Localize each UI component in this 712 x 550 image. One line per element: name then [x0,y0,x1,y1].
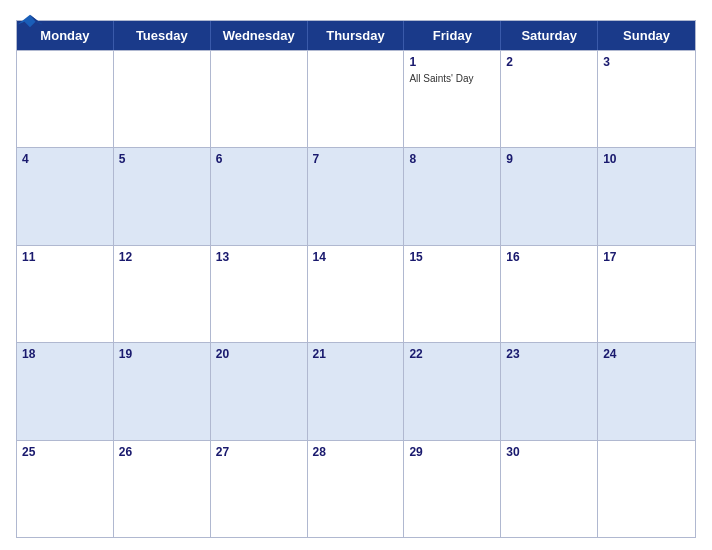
weekday-header-tuesday: Tuesday [114,21,211,50]
cal-cell: 17 [598,246,695,342]
cal-cell: 9 [501,148,598,244]
day-number: 18 [22,347,108,363]
day-number: 15 [409,250,495,266]
day-number: 6 [216,152,302,168]
day-number: 27 [216,445,302,461]
day-number: 30 [506,445,592,461]
day-number: 29 [409,445,495,461]
day-number: 23 [506,347,592,363]
day-number: 8 [409,152,495,168]
cal-cell: 27 [211,441,308,537]
cal-cell: 1All Saints' Day [404,51,501,147]
week-row-3: 11121314151617 [17,245,695,342]
day-number: 21 [313,347,399,363]
day-number: 14 [313,250,399,266]
cal-cell [17,51,114,147]
day-number: 20 [216,347,302,363]
calendar: MondayTuesdayWednesdayThursdayFridaySatu… [16,20,696,538]
cal-cell: 29 [404,441,501,537]
day-number: 22 [409,347,495,363]
day-number: 26 [119,445,205,461]
cal-cell: 10 [598,148,695,244]
day-number: 7 [313,152,399,168]
cal-cell [211,51,308,147]
week-row-2: 45678910 [17,147,695,244]
cal-cell: 15 [404,246,501,342]
weekday-header-sunday: Sunday [598,21,695,50]
day-number: 28 [313,445,399,461]
cal-cell: 22 [404,343,501,439]
page: MondayTuesdayWednesdayThursdayFridaySatu… [0,0,712,550]
week-row-1: 1All Saints' Day23 [17,50,695,147]
cal-cell: 7 [308,148,405,244]
cal-cell: 3 [598,51,695,147]
logo [16,12,44,30]
day-number: 19 [119,347,205,363]
day-number: 9 [506,152,592,168]
weekday-header-wednesday: Wednesday [211,21,308,50]
cal-cell: 30 [501,441,598,537]
day-number: 12 [119,250,205,266]
day-number: 16 [506,250,592,266]
day-number: 17 [603,250,690,266]
weekday-header-friday: Friday [404,21,501,50]
cal-cell: 13 [211,246,308,342]
cal-cell: 5 [114,148,211,244]
day-number: 5 [119,152,205,168]
cal-cell: 12 [114,246,211,342]
day-number: 3 [603,55,690,71]
cal-cell [598,441,695,537]
weekday-header-saturday: Saturday [501,21,598,50]
svg-marker-0 [18,15,43,27]
cal-cell: 14 [308,246,405,342]
day-number: 24 [603,347,690,363]
day-number: 11 [22,250,108,266]
day-number: 25 [22,445,108,461]
cal-cell: 21 [308,343,405,439]
cal-cell: 2 [501,51,598,147]
day-number: 1 [409,55,495,71]
cal-cell [308,51,405,147]
day-event: All Saints' Day [409,72,495,85]
day-number: 13 [216,250,302,266]
cal-cell: 28 [308,441,405,537]
cal-cell [114,51,211,147]
cal-cell: 4 [17,148,114,244]
weekday-header-thursday: Thursday [308,21,405,50]
weekday-header-row: MondayTuesdayWednesdayThursdayFridaySatu… [17,21,695,50]
cal-cell: 6 [211,148,308,244]
cal-cell: 23 [501,343,598,439]
cal-cell: 26 [114,441,211,537]
cal-cell: 25 [17,441,114,537]
day-number: 10 [603,152,690,168]
week-row-5: 252627282930 [17,440,695,537]
cal-cell: 8 [404,148,501,244]
cal-cell: 24 [598,343,695,439]
logo-bird-icon [16,12,44,30]
cal-cell: 18 [17,343,114,439]
day-number: 2 [506,55,592,71]
calendar-body: 1All Saints' Day234567891011121314151617… [17,50,695,537]
week-row-4: 18192021222324 [17,342,695,439]
cal-cell: 20 [211,343,308,439]
cal-cell: 16 [501,246,598,342]
cal-cell: 19 [114,343,211,439]
day-number: 4 [22,152,108,168]
cal-cell: 11 [17,246,114,342]
